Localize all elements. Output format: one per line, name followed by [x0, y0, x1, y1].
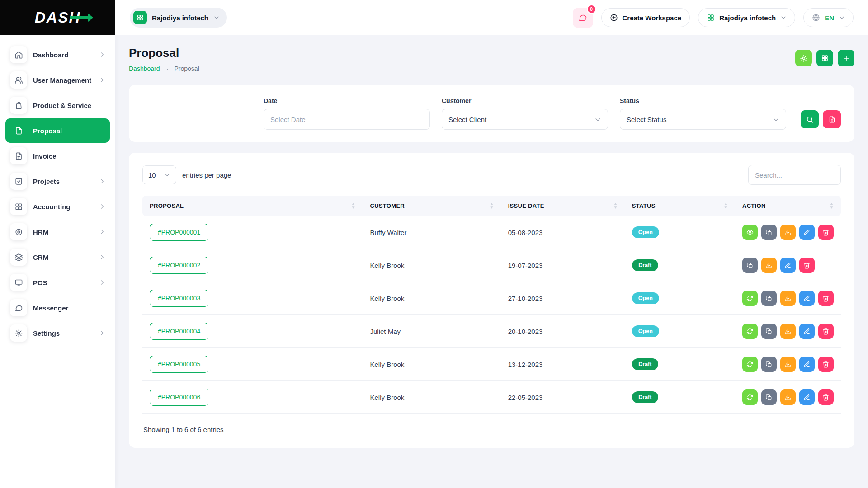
customer-select[interactable]: Select Client	[442, 109, 608, 130]
sidebar-item-hrm[interactable]: HRM	[5, 220, 110, 244]
delete-button[interactable]	[818, 291, 834, 306]
language-selector[interactable]: EN	[803, 8, 854, 27]
column-header-status[interactable]: STATUS	[625, 196, 735, 216]
row-actions	[742, 324, 834, 339]
trash-icon	[822, 328, 829, 335]
proposal-number-link[interactable]: #PROP000003	[150, 290, 208, 307]
pencil-icon	[803, 229, 810, 236]
date-filter: Date	[264, 97, 430, 130]
date-input[interactable]	[264, 109, 430, 130]
table-search-input[interactable]	[748, 165, 841, 185]
customer-cell: Juliet May	[363, 315, 500, 348]
proposal-number-link[interactable]: #PROP000006	[150, 389, 208, 406]
create-proposal-button[interactable]	[838, 50, 854, 66]
page-header: Proposal Dashboard Proposal	[129, 46, 854, 72]
status-badge: Draft	[632, 391, 658, 403]
convert-button[interactable]	[742, 357, 758, 372]
download-button[interactable]	[780, 357, 796, 372]
sidebar-item-product-service[interactable]: Product & Service	[5, 93, 110, 117]
delete-button[interactable]	[799, 258, 815, 273]
status-badge: Open	[632, 325, 659, 337]
duplicate-button[interactable]	[761, 324, 777, 339]
customer-cell: Kelly Brook	[363, 282, 500, 315]
duplicate-button[interactable]	[761, 291, 777, 306]
download-icon	[784, 394, 791, 401]
status-select[interactable]: Select Status	[620, 109, 786, 130]
chevron-right-icon	[99, 330, 105, 336]
customer-cell: Kelly Brook	[363, 381, 500, 414]
proposal-number-link[interactable]: #PROP000001	[150, 224, 208, 241]
proposal-number-link[interactable]: #PROP000005	[150, 356, 208, 373]
download-button[interactable]	[780, 225, 796, 240]
duplicate-button[interactable]	[761, 225, 777, 240]
copy-icon	[765, 394, 772, 401]
file-x-icon	[828, 116, 836, 123]
duplicate-button[interactable]	[761, 389, 777, 405]
download-button[interactable]	[780, 389, 796, 405]
breadcrumb-dashboard-link[interactable]: Dashboard	[129, 65, 160, 72]
delete-button[interactable]	[818, 225, 834, 240]
column-header-proposal[interactable]: PROPOSAL	[142, 196, 363, 216]
column-header-issue-date[interactable]: ISSUE DATE	[501, 196, 625, 216]
edit-button[interactable]	[780, 258, 796, 273]
sidebar-item-accounting[interactable]: Accounting	[5, 194, 110, 219]
create-workspace-button[interactable]: Create Workspace	[601, 8, 690, 27]
column-header-customer[interactable]: CUSTOMER	[363, 196, 500, 216]
sidebar-item-proposal[interactable]: Proposal	[5, 118, 110, 143]
edit-button[interactable]	[799, 389, 815, 405]
sidebar-item-dashboard[interactable]: Dashboard	[5, 42, 110, 67]
edit-button[interactable]	[799, 357, 815, 372]
sidebar-item-pos[interactable]: POS	[5, 270, 110, 295]
edit-button[interactable]	[799, 291, 815, 306]
chevron-right-icon	[99, 203, 105, 210]
duplicate-button[interactable]	[761, 357, 777, 372]
delete-button[interactable]	[818, 324, 834, 339]
delete-button[interactable]	[818, 389, 834, 405]
refresh-icon	[746, 394, 753, 401]
copy-icon	[765, 361, 772, 368]
workspace-selector[interactable]: Rajodiya infotech	[130, 8, 227, 28]
proposal-number-link[interactable]: #PROP000004	[150, 323, 208, 340]
download-button[interactable]	[761, 258, 777, 273]
sidebar-item-crm[interactable]: CRM	[5, 245, 110, 269]
sidebar-item-invoice[interactable]: Invoice	[5, 144, 110, 168]
convert-button[interactable]	[742, 291, 758, 306]
sidebar-item-user-management[interactable]: User Management	[5, 68, 110, 92]
delete-button[interactable]	[818, 357, 834, 372]
chevron-down-icon	[594, 116, 601, 123]
duplicate-button[interactable]	[742, 258, 758, 273]
messages-button[interactable]: 0	[573, 8, 593, 28]
entries-per-page: 10 entries per page	[142, 165, 231, 184]
grid-view-button[interactable]	[816, 50, 833, 66]
sort-icon	[613, 202, 618, 209]
sidebar-item-messenger[interactable]: Messenger	[5, 296, 110, 320]
copy-icon	[765, 328, 772, 335]
apply-filter-button[interactable]	[801, 110, 819, 128]
view-button[interactable]	[742, 225, 758, 240]
sort-icon	[351, 202, 355, 209]
refresh-icon	[746, 328, 753, 335]
entries-count-select[interactable]: 10	[142, 165, 176, 184]
sidebar-item-settings[interactable]: Settings	[5, 321, 110, 345]
chat-icon	[578, 13, 587, 22]
column-header-action[interactable]: ACTION	[735, 196, 841, 216]
customer-filter: Customer Select Client	[442, 97, 608, 130]
create-workspace-label: Create Workspace	[623, 14, 682, 22]
edit-button[interactable]	[799, 324, 815, 339]
trash-icon	[822, 229, 829, 236]
download-button[interactable]	[780, 291, 796, 306]
account-selector[interactable]: Rajodiya infotech	[698, 8, 795, 27]
download-button[interactable]	[780, 324, 796, 339]
download-icon	[784, 361, 791, 368]
convert-button[interactable]	[742, 389, 758, 405]
edit-button[interactable]	[799, 225, 815, 240]
logo-arrow-icon	[70, 16, 89, 19]
invoice-icon	[10, 147, 27, 164]
sidebar-item-projects[interactable]: Projects	[5, 169, 110, 193]
page-actions	[795, 50, 854, 66]
proposal-number-link[interactable]: #PROP000002	[150, 257, 208, 274]
convert-button[interactable]	[742, 324, 758, 339]
reset-filter-button[interactable]	[823, 110, 841, 128]
settings-button[interactable]	[795, 50, 812, 66]
pencil-icon	[803, 394, 810, 401]
